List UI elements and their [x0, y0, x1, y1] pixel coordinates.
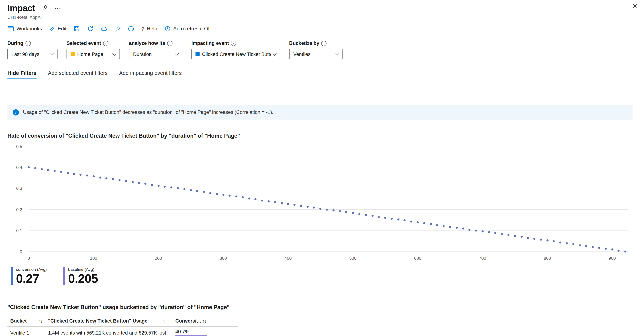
scatter-dot: [54, 170, 56, 172]
scatter-dot: [47, 169, 49, 171]
during-label: During: [8, 40, 24, 46]
x-tick-label: 0: [28, 255, 30, 260]
scatter-dot: [520, 236, 522, 238]
save-button[interactable]: [74, 26, 80, 32]
impact-scatter-chart: 00.10.20.30.40.5 01002003004005006007008…: [8, 144, 632, 264]
scatter-dot: [248, 197, 250, 199]
scatter-dot: [534, 238, 536, 240]
scatter-dot: [235, 196, 237, 198]
scatter-dot: [488, 231, 490, 233]
scatter-dot: [106, 177, 108, 179]
conversion-bar: [175, 335, 207, 336]
x-tick-label: 300: [220, 255, 227, 260]
x-tick-label: 800: [544, 255, 551, 260]
scatter-dot: [462, 228, 464, 230]
bucketize-value: Ventiles: [293, 51, 333, 57]
pin-to-dashboard-button[interactable]: [114, 26, 121, 32]
auto-refresh-button[interactable]: Auto refresh: Off: [164, 26, 211, 32]
scatter-dot: [378, 216, 380, 218]
during-dropdown[interactable]: Last 90 days: [8, 49, 58, 59]
scatter-dot: [86, 175, 88, 177]
scatter-dot: [592, 246, 594, 248]
gridline: [29, 251, 628, 251]
titlebar: Impact ··· ✕: [8, 3, 632, 13]
scatter-dot: [320, 208, 322, 210]
analyze-value: Duration: [133, 51, 173, 57]
history-clock-icon: [164, 26, 171, 32]
scatter-dot: [313, 206, 315, 208]
scatter-dot: [443, 225, 445, 227]
scatter-dot: [306, 206, 308, 208]
gridline: [29, 188, 628, 188]
table-row[interactable]: Ventile 1 1.4M events with 569.21K conve…: [8, 327, 238, 336]
scatter-dot: [358, 213, 360, 215]
x-tick-label: 100: [90, 255, 97, 260]
scatter-dot: [391, 217, 393, 219]
help-icon: ?: [141, 26, 144, 32]
selected-event-value: Home Page: [77, 51, 110, 57]
scatter-dot: [326, 208, 328, 210]
pencil-icon: [49, 26, 55, 32]
close-icon[interactable]: ✕: [632, 3, 637, 10]
info-icon: [167, 41, 172, 46]
edit-label: Edit: [58, 26, 66, 32]
info-icon: [103, 41, 108, 46]
bucketize-label: Bucketize by: [289, 40, 319, 46]
feedback-button[interactable]: [128, 26, 134, 32]
refresh-button[interactable]: [87, 26, 94, 32]
scatter-dot: [287, 203, 289, 205]
table-header-row: Bucket ↑↓ "Clicked Create New Ticket But…: [8, 315, 238, 327]
chevron-down-icon: [335, 51, 339, 55]
scatter-dot: [397, 218, 399, 220]
column-header-usage[interactable]: "Clicked Create New Ticket Button" Usage…: [48, 318, 175, 324]
scatter-dot: [170, 187, 172, 189]
impacting-event-dropdown[interactable]: Clicked Create New Ticket Button: [191, 49, 280, 59]
selected-event-swatch: [70, 52, 75, 56]
during-value: Last 90 days: [12, 51, 48, 57]
x-tick-label: 700: [479, 255, 486, 260]
pin-title-button[interactable]: [42, 4, 48, 12]
scatter-dot: [157, 185, 159, 187]
tab-add-impacting-event-filters[interactable]: Add impacting event filters: [119, 70, 182, 79]
column-header-conversion[interactable]: Conversi… ↑↓: [175, 318, 238, 324]
analyze-dropdown[interactable]: Duration: [129, 49, 182, 59]
bucketize-dropdown[interactable]: Ventiles: [289, 49, 342, 59]
gridline: [29, 146, 628, 146]
scatter-dot: [436, 224, 438, 226]
table-title: "Clicked Create New Ticket Button" usage…: [8, 304, 632, 310]
help-label: Help: [147, 26, 157, 32]
save-icon: [74, 26, 80, 32]
auto-refresh-label: Auto refresh: Off: [173, 26, 211, 32]
scatter-dot: [151, 184, 153, 186]
selected-event-dropdown[interactable]: Home Page: [66, 49, 120, 59]
selected-event-label: Selected event: [66, 40, 101, 46]
scatter-dot: [118, 179, 120, 181]
scatter-dot: [482, 230, 484, 232]
x-tick-label: 500: [349, 255, 356, 260]
info-icon: [231, 41, 236, 46]
edit-button[interactable]: Edit: [49, 26, 66, 32]
scatter-dot: [540, 238, 542, 240]
column-header-bucket[interactable]: Bucket ↑↓: [8, 318, 48, 324]
filter-group-bucketize: Bucketize by Ventiles: [289, 40, 342, 59]
scatter-dot: [144, 183, 146, 185]
bucketize-label-row: Bucketize by: [289, 40, 342, 46]
help-button[interactable]: ? Help: [141, 26, 157, 32]
cloud-button[interactable]: [100, 26, 108, 32]
scatter-dot: [112, 178, 114, 180]
info-icon: [26, 41, 31, 46]
pin-icon: [114, 26, 121, 32]
workbooks-label: Workbooks: [16, 26, 42, 32]
tab-add-selected-event-filters[interactable]: Add selected event filters: [48, 70, 108, 79]
gridline: [29, 209, 628, 209]
scatter-dot: [618, 250, 620, 252]
tab-hide-filters[interactable]: Hide Filters: [8, 70, 36, 79]
analyze-label-row: analyze how its: [129, 40, 182, 46]
scatter-dot: [80, 174, 82, 176]
workbooks-button[interactable]: Workbooks: [8, 26, 42, 32]
during-label-row: During: [8, 40, 58, 46]
scatter-dot: [332, 209, 334, 211]
scatter-dot: [164, 185, 166, 187]
scatter-dot: [209, 192, 211, 194]
more-options-icon[interactable]: ···: [54, 5, 61, 11]
